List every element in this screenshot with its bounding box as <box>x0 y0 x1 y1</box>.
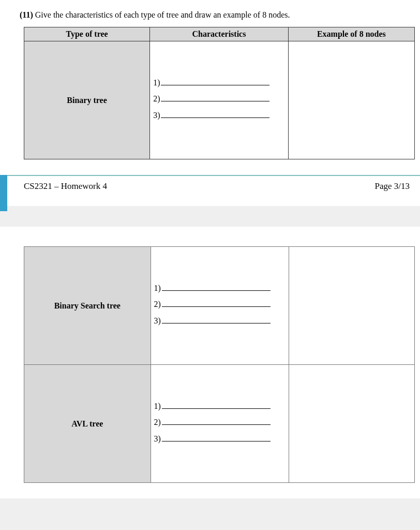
tree-table-top: Type of tree Characteristics Example of … <box>24 27 415 159</box>
char-num: 3) <box>154 434 161 444</box>
blank-line <box>162 433 271 441</box>
char-num: 2) <box>154 418 161 427</box>
char-line: 2) <box>153 94 284 104</box>
footer-tab-accent <box>0 175 7 211</box>
char-line: 1) <box>153 77 284 87</box>
char-line: 2) <box>154 299 285 309</box>
blank-line <box>161 94 269 101</box>
blank-line <box>161 110 269 117</box>
type-cell-binary: Binary tree <box>24 41 150 159</box>
char-cell-avl: 1) 2) 3) <box>151 365 289 483</box>
char-num: 2) <box>153 94 160 104</box>
type-cell-avl: AVL tree <box>24 365 151 483</box>
table-row-bst: Binary Search tree 1) 2) 3) <box>24 247 415 365</box>
header-example: Example of 8 nodes <box>288 27 414 41</box>
tree-table-bottom: Binary Search tree 1) 2) 3) AVL tree <box>24 246 415 483</box>
footer-page: Page 3/13 <box>374 181 415 192</box>
char-line: 2) <box>154 417 285 427</box>
blank-line <box>162 417 271 425</box>
blank-line <box>162 315 271 323</box>
example-cell-bst <box>289 247 415 365</box>
question-prompt: (11) Give the characteristics of each ty… <box>20 10 415 20</box>
table-row-avl: AVL tree 1) 2) 3) <box>24 365 415 483</box>
blank-line <box>162 401 271 408</box>
blank-line <box>162 283 271 290</box>
blank-line <box>162 299 271 307</box>
example-cell-avl <box>289 365 415 483</box>
example-cell-binary <box>288 41 414 159</box>
type-cell-bst: Binary Search tree <box>24 247 151 365</box>
char-cell-bst: 1) 2) 3) <box>151 247 289 365</box>
char-line: 3) <box>153 110 284 120</box>
page-footer: CS2321 – Homework 4 Page 3/13 <box>0 175 420 206</box>
char-num: 3) <box>153 111 160 120</box>
char-num: 1) <box>153 78 160 87</box>
table-header-row: Type of tree Characteristics Example of … <box>24 27 415 41</box>
header-characteristics: Characteristics <box>150 27 289 41</box>
char-line: 3) <box>154 433 285 443</box>
question-text: Give the characteristics of each type of… <box>35 10 290 19</box>
question-number: (11) <box>20 10 33 19</box>
char-num: 1) <box>154 402 161 411</box>
blank-line <box>161 77 269 85</box>
char-num: 2) <box>154 300 161 309</box>
char-line: 3) <box>154 315 285 325</box>
char-line: 1) <box>154 401 285 410</box>
table-row-binary: Binary tree 1) 2) 3) <box>24 41 415 159</box>
char-num: 1) <box>154 284 161 293</box>
footer-course: CS2321 – Homework 4 <box>24 181 107 192</box>
char-line: 1) <box>154 283 285 292</box>
header-type: Type of tree <box>24 27 150 41</box>
char-cell-binary: 1) 2) 3) <box>150 41 289 159</box>
page-gap <box>0 206 420 227</box>
char-num: 3) <box>154 316 161 326</box>
